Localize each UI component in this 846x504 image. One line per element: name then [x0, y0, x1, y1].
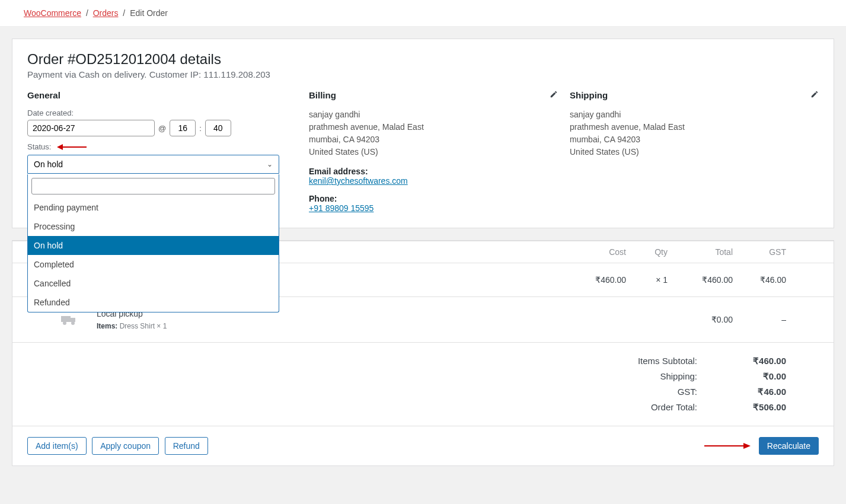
billing-column: Billing sanjay gandhi prathmesh avenue, … — [309, 90, 558, 213]
annotation-arrow-icon — [703, 442, 751, 450]
gst-label: GST: — [596, 387, 697, 397]
order-panel: Order #OD2512012004 details Payment via … — [12, 39, 834, 228]
breadcrumb-woocommerce[interactable]: WooCommerce — [24, 8, 81, 18]
status-select[interactable]: On hold ⌄ — [27, 155, 279, 174]
hour-input[interactable] — [170, 120, 196, 136]
shipping-name: sanjay gandhi — [570, 109, 819, 121]
pencil-icon[interactable] — [550, 90, 558, 100]
svg-point-5 — [71, 321, 75, 325]
product-total: ₹460.00 — [668, 275, 733, 285]
truck-icon — [60, 312, 79, 327]
svg-rect-2 — [61, 316, 71, 322]
billing-country: United States (US) — [309, 146, 558, 158]
shipping-items-text: Dress Shirt × 1 — [120, 322, 167, 330]
general-column: General Date created: @ : Status: — [27, 90, 297, 213]
date-created-label: Date created: — [27, 109, 74, 117]
shipping-line1: prathmesh avenue, Malad East — [570, 121, 819, 133]
shipping-line-total: ₹0.00 — [668, 315, 733, 324]
status-option-cancelled[interactable]: Cancelled — [28, 274, 279, 293]
billing-heading: Billing — [309, 90, 558, 100]
chevron-down-icon: ⌄ — [267, 160, 273, 168]
apply-coupon-button[interactable]: Apply coupon — [92, 437, 159, 455]
col-total: Total — [668, 247, 733, 257]
order-total-label: Order Total: — [596, 402, 697, 413]
breadcrumb-current: Edit Order — [130, 8, 168, 18]
breadcrumb-sep: / — [84, 8, 91, 18]
svg-marker-1 — [57, 144, 63, 150]
svg-rect-3 — [71, 318, 75, 322]
col-qty: Qty — [626, 247, 668, 257]
at-symbol: @ — [158, 124, 166, 133]
status-label: Status: — [27, 142, 51, 151]
refund-button[interactable]: Refund — [165, 437, 208, 455]
order-total-value: ₹506.00 — [697, 402, 786, 413]
breadcrumb: WooCommerce / Orders / Edit Order — [0, 0, 846, 27]
status-option-refunded[interactable]: Refunded — [28, 293, 279, 312]
shipping-city: mumbai, CA 94203 — [570, 133, 819, 146]
shipping-items-label: Items: — [97, 322, 117, 330]
email-label: Email address: — [309, 167, 558, 176]
add-item-button[interactable]: Add item(s) — [27, 437, 87, 455]
subtotal-value: ₹460.00 — [697, 356, 786, 366]
status-options-list[interactable]: Pending payment Processing On hold Compl… — [28, 198, 279, 312]
recalculate-button[interactable]: Recalculate — [759, 437, 819, 455]
billing-city: mumbai, CA 94203 — [309, 133, 558, 146]
status-selected-value: On hold — [34, 160, 63, 169]
billing-name: sanjay gandhi — [309, 109, 558, 121]
product-qty: × 1 — [626, 275, 668, 285]
billing-phone-link[interactable]: +91 89809 15595 — [309, 203, 373, 213]
annotation-arrow-icon — [57, 143, 89, 151]
page-title: Order #OD2512012004 details — [27, 51, 819, 68]
shipping-label: Shipping: — [596, 371, 697, 382]
shipping-line-gst: – — [733, 315, 786, 324]
shipping-country: United States (US) — [570, 146, 819, 158]
product-cost: ₹460.00 — [561, 275, 626, 285]
actions-bar: Add item(s) Apply coupon Refund Recalcul… — [12, 426, 834, 465]
status-option-processing[interactable]: Processing — [28, 217, 279, 236]
breadcrumb-orders[interactable]: Orders — [93, 8, 119, 18]
svg-point-4 — [63, 321, 66, 325]
totals-block: Items Subtotal: ₹460.00 Shipping: ₹0.00 … — [12, 343, 834, 426]
general-heading: General — [27, 90, 297, 100]
status-option-pending[interactable]: Pending payment — [28, 198, 279, 217]
page-subtitle: Payment via Cash on delivery. Customer I… — [27, 69, 819, 79]
pencil-icon[interactable] — [810, 90, 819, 100]
subtotal-label: Items Subtotal: — [596, 356, 697, 366]
minute-input[interactable] — [205, 120, 231, 136]
billing-email-link[interactable]: kenil@tychesoftwares.com — [309, 176, 408, 186]
date-created-input[interactable] — [27, 120, 155, 136]
svg-marker-7 — [743, 443, 751, 449]
col-cost: Cost — [561, 247, 626, 257]
status-option-onhold[interactable]: On hold — [28, 236, 279, 255]
breadcrumb-sep: / — [120, 8, 127, 18]
status-dropdown: Pending payment Processing On hold Compl… — [27, 174, 279, 312]
col-gst: GST — [733, 247, 786, 257]
gst-value: ₹46.00 — [697, 387, 786, 397]
product-gst: ₹46.00 — [733, 275, 786, 285]
shipping-heading: Shipping — [570, 90, 819, 100]
status-option-completed[interactable]: Completed — [28, 255, 279, 274]
billing-line1: prathmesh avenue, Malad East — [309, 121, 558, 133]
shipping-value: ₹0.00 — [697, 371, 786, 382]
phone-label: Phone: — [309, 194, 558, 203]
status-search-input[interactable] — [31, 178, 275, 194]
time-colon: : — [199, 124, 202, 133]
shipping-column: Shipping sanjay gandhi prathmesh avenue,… — [570, 90, 819, 213]
